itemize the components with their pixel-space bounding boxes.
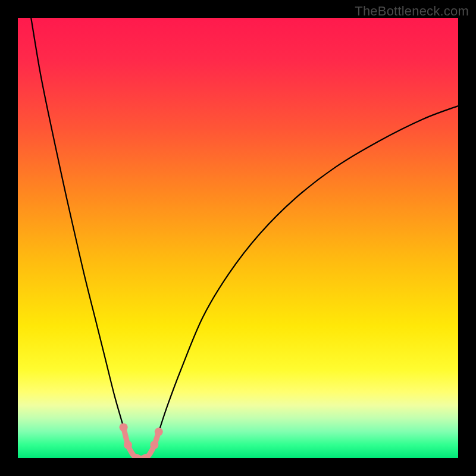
curve-right-branch xyxy=(141,106,458,458)
curve-left-branch xyxy=(31,18,141,458)
chart-frame xyxy=(18,18,458,458)
curve-dot xyxy=(120,423,128,431)
watermark-text: TheBottleneck.com xyxy=(355,4,469,19)
curve-dot xyxy=(150,441,158,449)
curve-dot xyxy=(124,441,132,449)
curve-dot xyxy=(155,428,163,436)
chart-svg xyxy=(18,18,458,458)
